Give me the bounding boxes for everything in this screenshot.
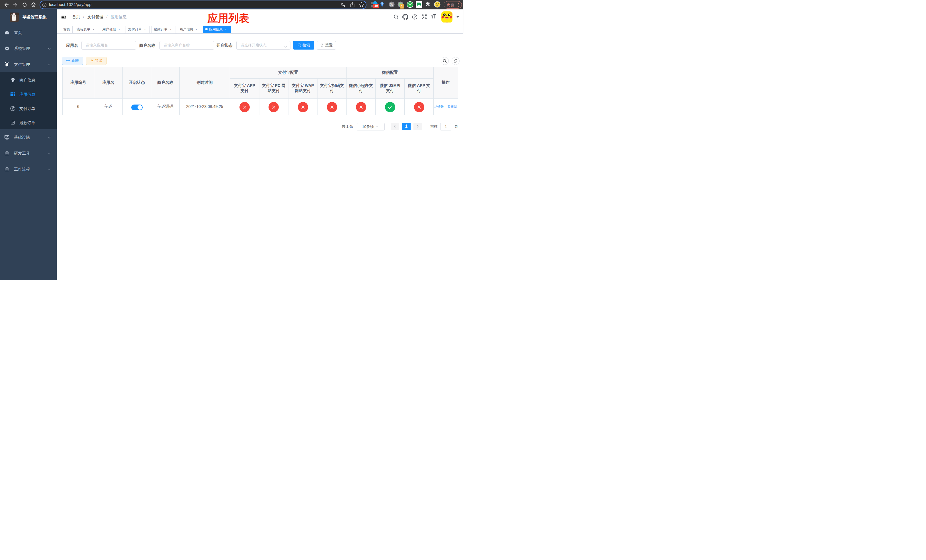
svg-text:⌘: ⌘ (390, 2, 393, 6)
